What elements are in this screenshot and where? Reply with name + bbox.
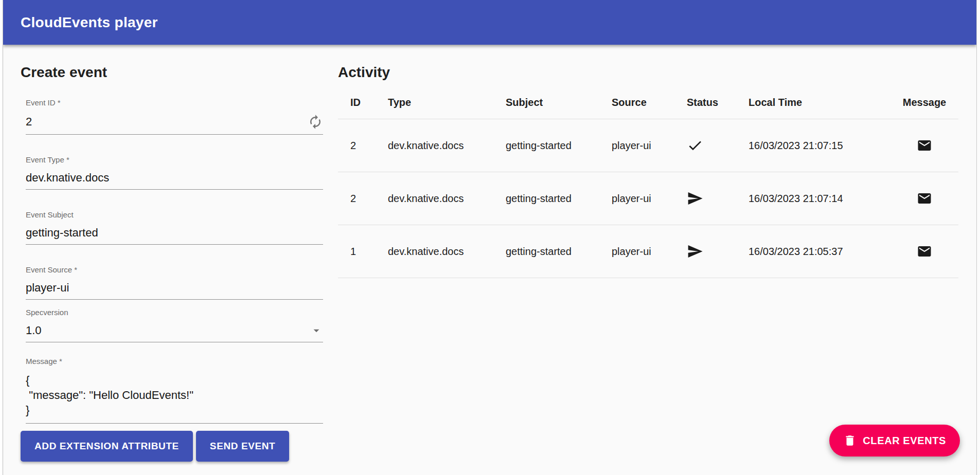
cell-type: dev.knative.docs [388, 246, 506, 258]
cell-type: dev.knative.docs [388, 140, 506, 152]
event-subject-input[interactable] [26, 226, 323, 240]
send-event-button[interactable]: SEND EVENT [196, 431, 289, 462]
cell-id: 2 [350, 193, 388, 205]
event-source-input[interactable] [26, 281, 323, 295]
cell-message [890, 244, 958, 259]
event-subject-field: Event Subject [26, 210, 323, 245]
event-id-label: Event ID * [26, 98, 323, 107]
cell-status [687, 243, 749, 260]
event-id-input[interactable] [26, 115, 308, 129]
message-label: Message * [26, 357, 323, 366]
message-input[interactable]: { "message": "Hello CloudEvents!" } [26, 373, 323, 418]
event-id-field: Event ID * [26, 98, 323, 135]
app-bar: CloudEvents player [3, 0, 976, 45]
activity-table-header: ID Type Subject Source Status Local Time… [338, 86, 958, 119]
event-type-input[interactable] [26, 171, 323, 185]
cell-subject: getting-started [506, 193, 612, 205]
column-header-subject: Subject [506, 97, 612, 108]
table-row: 2 dev.knative.docs getting-started playe… [338, 119, 958, 172]
create-event-heading: Create event [21, 65, 323, 80]
activity-heading: Activity [338, 65, 958, 80]
cell-local-time: 16/03/2023 21:07:14 [749, 193, 890, 205]
send-icon [687, 243, 749, 260]
cell-id: 2 [350, 140, 388, 152]
dropdown-arrow-icon [310, 324, 323, 337]
cell-local-time: 16/03/2023 21:07:15 [749, 140, 890, 152]
trash-icon [843, 434, 857, 447]
cell-source: player-ui [612, 193, 687, 205]
column-header-id: ID [350, 97, 388, 108]
event-source-label: Event Source * [26, 265, 323, 275]
envelope-icon[interactable] [917, 138, 932, 153]
specversion-field: Specversion 1.0 [26, 308, 323, 342]
cell-message [890, 191, 958, 206]
column-header-message: Message [890, 97, 958, 108]
specversion-value: 1.0 [26, 324, 310, 337]
app-title: CloudEvents player [21, 14, 158, 31]
cell-type: dev.knative.docs [388, 193, 506, 205]
column-header-status: Status [687, 97, 749, 108]
specversion-select[interactable]: 1.0 [26, 324, 323, 342]
form-buttons: ADD EXTENSION ATTRIBUTE SEND EVENT [21, 431, 323, 462]
envelope-icon[interactable] [917, 244, 932, 259]
clear-events-button[interactable]: CLEAR EVENTS [829, 425, 960, 456]
autorenew-icon[interactable] [308, 114, 323, 130]
cell-subject: getting-started [506, 246, 612, 258]
event-subject-label: Event Subject [26, 210, 323, 220]
cell-id: 1 [350, 246, 388, 258]
table-row: 2 dev.knative.docs getting-started playe… [338, 172, 958, 225]
event-source-field: Event Source * [26, 265, 323, 300]
check-icon [687, 137, 749, 154]
envelope-icon[interactable] [917, 191, 932, 206]
scrollbar-track[interactable] [976, 0, 980, 475]
app-window: CloudEvents player Create event Event ID… [3, 0, 976, 475]
activity-panel: Activity ID Type Subject Source Status L… [338, 65, 958, 462]
specversion-label: Specversion [26, 308, 323, 317]
cell-status [687, 137, 749, 154]
main-content: Create event Event ID * Event Type * Eve… [3, 45, 976, 462]
cell-subject: getting-started [506, 140, 612, 152]
cell-source: player-ui [612, 140, 687, 152]
column-header-local-time: Local Time [749, 97, 890, 108]
event-type-label: Event Type * [26, 155, 323, 165]
send-icon [687, 190, 749, 207]
clear-events-label: CLEAR EVENTS [863, 435, 946, 447]
cell-message [890, 138, 958, 153]
create-event-panel: Create event Event ID * Event Type * Eve… [21, 65, 323, 462]
cell-source: player-ui [612, 246, 687, 258]
cell-local-time: 16/03/2023 21:05:37 [749, 246, 890, 258]
cell-status [687, 190, 749, 207]
add-extension-attribute-button[interactable]: ADD EXTENSION ATTRIBUTE [21, 431, 193, 462]
event-type-field: Event Type * [26, 155, 323, 190]
message-field: Message * { "message": "Hello CloudEvent… [26, 357, 323, 424]
table-row: 1 dev.knative.docs getting-started playe… [338, 225, 958, 278]
column-header-type: Type [388, 97, 506, 108]
column-header-source: Source [612, 97, 687, 108]
